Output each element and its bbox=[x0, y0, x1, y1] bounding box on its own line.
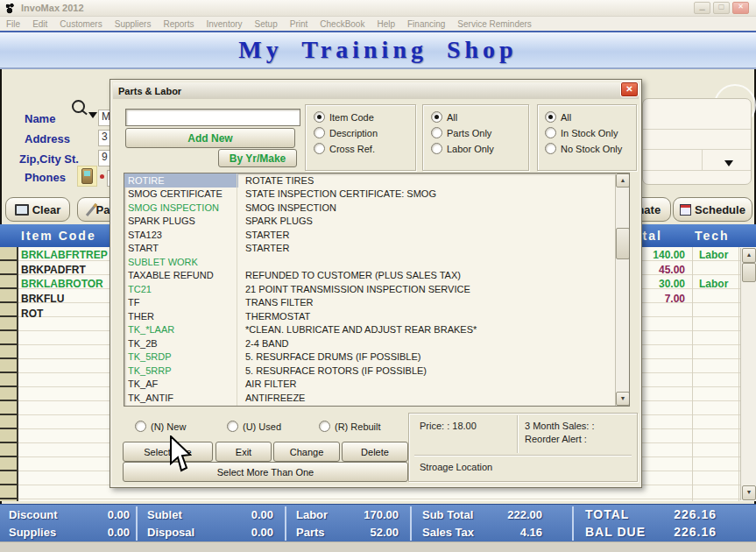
menu-help[interactable]: Help bbox=[371, 19, 401, 29]
calendar-icon bbox=[680, 204, 691, 216]
radio-item-code[interactable]: Item Code bbox=[314, 111, 374, 123]
menu-reports[interactable]: Reports bbox=[157, 19, 200, 29]
list-item[interactable]: THERTHERMOSTAT bbox=[124, 309, 629, 323]
radio-all-types[interactable]: All bbox=[431, 111, 457, 123]
zip-city-label: Zip,City St. bbox=[19, 152, 79, 166]
minimize-button[interactable]: ▁ bbox=[694, 2, 710, 14]
list-item[interactable]: TK_2B2-4 BAND bbox=[124, 336, 629, 350]
menu-customers[interactable]: Customers bbox=[53, 19, 108, 29]
schedule-button[interactable]: Schedule bbox=[673, 197, 752, 222]
vehicle-dropdown-icon[interactable] bbox=[724, 160, 733, 166]
list-item[interactable]: STARTSTARTER bbox=[124, 242, 629, 256]
totals-value: 52.00 bbox=[329, 526, 399, 539]
scroll-down-icon[interactable]: ▼ bbox=[742, 485, 756, 500]
menu-checkbook[interactable]: CheckBook bbox=[314, 19, 371, 29]
menu-inventory[interactable]: Inventory bbox=[200, 19, 248, 29]
name-label: Name bbox=[25, 112, 55, 125]
item-info-box: Price: : 18.00 3 Month Sales: : Reorder … bbox=[408, 413, 638, 482]
radio-new[interactable]: (N) New bbox=[135, 421, 186, 432]
item-code-cell: BRKLABFRTREP bbox=[21, 249, 108, 261]
select-one-button[interactable]: Select One bbox=[123, 442, 213, 462]
maximize-button[interactable]: ▢ bbox=[713, 2, 730, 14]
scrollbar-thumb[interactable] bbox=[616, 228, 630, 259]
dialog-titlebar[interactable]: Parts & Labor bbox=[113, 82, 639, 99]
address-label: Address bbox=[25, 132, 70, 145]
name-dropdown-icon[interactable] bbox=[88, 112, 97, 118]
totals-bar: Discount 0.00 Supplies 0.00 Sublet 0.00 … bbox=[0, 504, 756, 542]
menu-edit[interactable]: Edit bbox=[26, 19, 53, 29]
phone-icon[interactable] bbox=[77, 166, 97, 187]
bottom-strip bbox=[0, 541, 756, 552]
totals-label: TOTAL bbox=[585, 507, 629, 521]
dialog-close-icon[interactable]: ✕ bbox=[620, 81, 639, 97]
monitor-icon bbox=[15, 204, 29, 216]
list-item[interactable]: TK_ANTIFANTIFREEZE bbox=[124, 391, 629, 405]
vehicle-panel bbox=[642, 98, 752, 185]
list-item[interactable]: TK_5RDP5. RESURFACE DRUMS (IF POSSIBLE) bbox=[124, 350, 629, 364]
scroll-up-icon[interactable]: ▲ bbox=[742, 248, 756, 263]
clear-button[interactable]: Clear bbox=[5, 197, 70, 222]
totals-value: 0.00 bbox=[60, 526, 130, 539]
phones-label: Phones bbox=[25, 171, 66, 184]
list-item[interactable]: TK_AFAIR FILTER bbox=[124, 378, 629, 392]
totals-value: 0.00 bbox=[60, 508, 130, 521]
menu-bar: File Edit Customers Suppliers Reports In… bbox=[0, 17, 756, 32]
menu-suppliers[interactable]: Suppliers bbox=[109, 19, 158, 29]
list-item[interactable]: SMOG INSPECTIONSMOG INSPECTION bbox=[124, 201, 629, 215]
menu-setup[interactable]: Setup bbox=[249, 19, 284, 29]
delete-button[interactable]: Delete bbox=[342, 442, 408, 462]
list-scrollbar[interactable]: ▲ ▼ bbox=[615, 173, 629, 406]
radio-used[interactable]: (U) Used bbox=[227, 421, 281, 432]
list-item[interactable]: TFTRANS FILTER bbox=[124, 296, 629, 310]
storage-location: Stroage Location bbox=[420, 462, 492, 472]
totals-label: Parts bbox=[296, 526, 325, 539]
list-item[interactable]: TK_*LAAR*CLEAN. LUBRICATE AND ADJUST REA… bbox=[124, 323, 629, 337]
window-title: InvoMax 2012 bbox=[21, 3, 84, 13]
item-code-cell: BRKLABROTOR bbox=[21, 278, 103, 290]
table-scrollbar[interactable]: ▲ ▼ bbox=[740, 248, 756, 500]
totals-label: Sublet bbox=[147, 508, 182, 521]
schedule-button-label: Schedule bbox=[695, 203, 745, 216]
list-item[interactable]: SUBLET WORK bbox=[124, 255, 629, 269]
change-button[interactable]: Change bbox=[273, 442, 340, 462]
item-code-cell: BRKPADFRT bbox=[21, 264, 86, 276]
list-item[interactable]: ROTIREROTATE TIRES bbox=[124, 173, 629, 188]
radio-cross-ref[interactable]: Cross Ref. bbox=[314, 143, 375, 154]
radio-in-stock-only[interactable]: In Stock Only bbox=[545, 127, 618, 138]
list-item[interactable]: TK_5RRP5. RESURFACE ROTORS (IF POSSIBLE) bbox=[124, 364, 629, 378]
item-search-input[interactable] bbox=[125, 109, 300, 126]
tech-cell: Labor bbox=[699, 278, 728, 290]
radio-rebuilt[interactable]: (R) Rebuilt bbox=[319, 421, 381, 432]
item-code-cell: BRKFLU bbox=[21, 293, 64, 305]
list-item[interactable]: STA123STARTER bbox=[124, 228, 629, 242]
menu-file[interactable]: File bbox=[0, 19, 26, 29]
list-item[interactable]: TAXABLE REFUNDREFUNDED TO CUSTOMER (PLUS… bbox=[124, 269, 629, 283]
col-tech: Tech bbox=[695, 229, 730, 243]
list-item[interactable]: TC2121 POINT TRANSMISSION INSPECTION SER… bbox=[124, 282, 629, 296]
totals-label: Labor bbox=[296, 508, 328, 521]
select-more-button[interactable]: Select More Than One bbox=[123, 462, 408, 482]
totals-label: Sub Total bbox=[422, 508, 473, 521]
list-item[interactable]: SMOG CERTIFICATESTATE INSPECTION CERTIFI… bbox=[124, 188, 629, 202]
item-code-cell: ROT bbox=[21, 308, 43, 320]
menu-financing[interactable]: Financing bbox=[401, 19, 451, 29]
menu-service-reminders[interactable]: Service Reminders bbox=[451, 19, 537, 29]
menu-print[interactable]: Print bbox=[284, 19, 314, 29]
exit-button[interactable]: Exit bbox=[215, 442, 272, 462]
add-new-button[interactable]: Add New bbox=[125, 128, 295, 148]
parts-list[interactable]: ROTIREROTATE TIRES SMOG CERTIFICATESTATE… bbox=[124, 173, 630, 407]
app-window: InvoMax 2012 ▁ ▢ ✕ File Edit Customers S… bbox=[0, 0, 756, 552]
radio-all-stock[interactable]: All bbox=[545, 111, 571, 123]
scroll-up-icon[interactable]: ▲ bbox=[616, 173, 630, 188]
radio-parts-only[interactable]: Parts Only bbox=[431, 127, 491, 138]
list-item[interactable]: SPARK PLUGSSPARK PLUGS bbox=[124, 215, 629, 229]
radio-no-stock-only[interactable]: No Stock Only bbox=[545, 143, 622, 154]
by-yr-make-button[interactable]: By Yr/Make bbox=[218, 149, 297, 167]
scrollbar-thumb[interactable] bbox=[742, 263, 756, 282]
close-button[interactable]: ✕ bbox=[732, 2, 749, 14]
search-icon[interactable] bbox=[72, 100, 88, 113]
radio-description[interactable]: Description bbox=[314, 127, 378, 138]
scroll-down-icon[interactable]: ▼ bbox=[616, 392, 630, 406]
app-icon bbox=[4, 3, 16, 14]
radio-labor-only[interactable]: Labor Only bbox=[431, 143, 494, 154]
